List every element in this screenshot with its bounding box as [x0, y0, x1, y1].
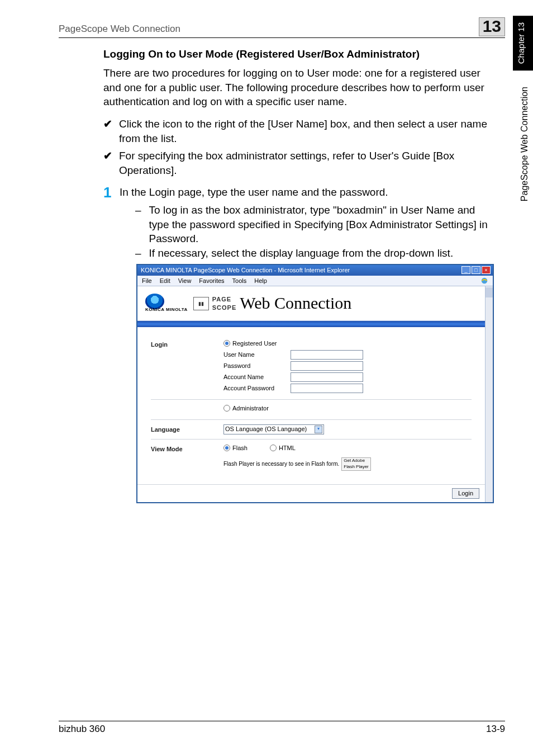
account-name-label: Account Name [223, 373, 291, 381]
account-password-input[interactable] [291, 384, 363, 393]
chapter-number: 13 [479, 17, 505, 36]
password-input[interactable] [291, 361, 363, 371]
check-item: ✔ For specifying the box administrator s… [103, 149, 494, 177]
dash-icon: – [135, 246, 141, 261]
radio-checked-icon [223, 340, 230, 347]
maximize-button[interactable]: □ [472, 266, 480, 274]
page-header: PageScope Web Connection 13 [59, 17, 505, 38]
login-form: Login Registered User User Name [137, 327, 485, 484]
get-adobe-badge[interactable]: Get AdobeFlash Player [341, 457, 370, 471]
registered-user-radio[interactable]: Registered User [223, 339, 472, 348]
step-1: 1 In the Login page, type the user name … [103, 185, 494, 503]
user-name-label: User Name [223, 351, 291, 359]
menu-edit[interactable]: Edit [160, 277, 170, 285]
prerequisite-list: ✔ Click the icon to the right of the [Us… [103, 117, 494, 178]
account-password-label: Account Password [223, 384, 291, 393]
pagescope-page-label: PAGE [212, 295, 237, 304]
html-radio[interactable]: HTML [270, 444, 296, 452]
language-label: Language [151, 424, 223, 434]
browser-window: KONICA MINOLTA PageScope Web Connection … [136, 264, 494, 503]
flash-radio[interactable]: Flash [223, 444, 248, 452]
account-name-input[interactable] [291, 372, 363, 382]
vertical-scrollbar[interactable] [485, 286, 493, 502]
scrollbar-thumb[interactable] [486, 287, 493, 297]
sub-bullet-text: To log in as the box administrator, type… [149, 203, 494, 246]
radio-unchecked-icon [270, 445, 277, 451]
intro-paragraph: There are two procedures for logging on … [103, 66, 494, 109]
sub-bullet: – To log in as the box administrator, ty… [135, 203, 494, 246]
sub-bullet-text: If necessary, select the display languag… [149, 246, 454, 261]
sub-bullet: – If necessary, select the display langu… [135, 246, 494, 261]
check-icon: ✔ [103, 117, 112, 145]
banner-divider [137, 320, 485, 327]
section-heading: Logging On to User Mode (Registered User… [103, 48, 494, 60]
menu-help[interactable]: Help [254, 277, 267, 285]
menu-file[interactable]: File [142, 277, 152, 285]
administrator-radio[interactable]: Administrator [223, 404, 472, 413]
menu-view[interactable]: View [178, 277, 192, 285]
footer-left: bizhub 360 [59, 724, 105, 735]
web-connection-title: Web Connection [240, 292, 351, 315]
header-title: PageScope Web Connection [59, 23, 180, 35]
login-button[interactable]: Login [452, 488, 479, 499]
check-text: Click the icon to the right of the [User… [119, 117, 494, 145]
footer-right: 13-9 [486, 724, 505, 735]
chevron-down-icon: ▾ [315, 426, 322, 433]
menu-bar: File Edit View Favorites Tools Help [137, 276, 493, 287]
administrator-label: Administrator [232, 404, 269, 413]
step-text: In the Login page, type the user name an… [120, 185, 494, 200]
pagescope-logo-icon: ▮▮ [193, 297, 209, 310]
view-mode-label: View Mode [151, 444, 223, 471]
check-icon: ✔ [103, 149, 112, 177]
dash-icon: – [135, 203, 141, 246]
html-label: HTML [279, 444, 296, 452]
minimize-button[interactable]: _ [461, 266, 470, 274]
language-select[interactable]: OS Language (OS Language) ▾ [223, 424, 324, 434]
konica-minolta-text: KONICA MINOLTA [145, 307, 188, 313]
menu-tools[interactable]: Tools [232, 277, 247, 285]
pagescope-scope-label: SCOPE [212, 304, 237, 312]
flash-note-text: Flash Player is necessary to see in Flas… [223, 460, 339, 468]
window-title: KONICA MINOLTA PageScope Web Connection … [141, 266, 350, 275]
radio-unchecked-icon [223, 405, 230, 412]
check-text: For specifying the box administrator set… [119, 149, 494, 177]
flash-label: Flash [232, 444, 248, 452]
password-label: Password [223, 362, 291, 370]
registered-user-label: Registered User [232, 339, 277, 348]
user-name-input[interactable] [291, 350, 363, 360]
language-value: OS Language (OS Language) [225, 425, 307, 433]
window-titlebar: KONICA MINOLTA PageScope Web Connection … [137, 265, 493, 276]
step-number: 1 [103, 185, 120, 503]
menu-favorites[interactable]: Favorites [199, 277, 224, 285]
ie-logo-icon [480, 277, 488, 285]
check-item: ✔ Click the icon to the right of the [Us… [103, 117, 494, 145]
brand-banner: KONICA MINOLTA ▮▮ PAGE SCOPE Web Connect… [137, 286, 485, 318]
close-button[interactable]: × [482, 266, 491, 274]
login-label: Login [151, 339, 223, 395]
radio-checked-icon [223, 445, 230, 451]
page-footer: bizhub 360 13-9 [59, 721, 505, 735]
